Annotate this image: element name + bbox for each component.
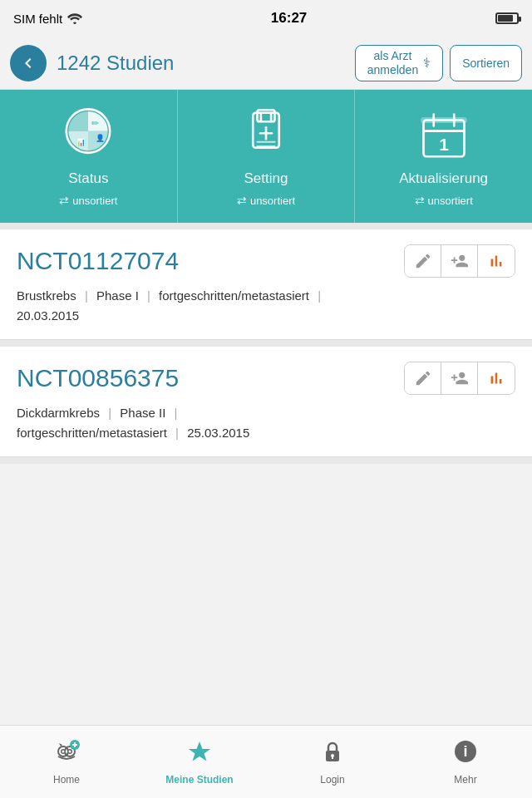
info-icon: i <box>452 738 479 771</box>
tab-login[interactable]: Login <box>266 726 399 798</box>
back-button[interactable] <box>10 45 47 81</box>
page-title: 1242 Studien <box>57 52 345 75</box>
sort-arrows-icon-3: ⇄ <box>415 194 425 207</box>
study-meta-2: Dickdarmkrebs | Phase II | fortgeschritt… <box>17 403 515 443</box>
study-edit-button-1[interactable] <box>405 245 441 277</box>
status-bar-right <box>495 12 519 24</box>
study-disease-1: Brustkrebs <box>17 288 76 303</box>
study-disease-2: Dickdarmkrebs <box>17 406 100 420</box>
home-icon <box>53 738 80 771</box>
study-chart-button-1[interactable] <box>478 245 515 277</box>
svg-marker-27 <box>189 741 210 761</box>
svg-text:1: 1 <box>439 135 449 154</box>
filter-status-label: Status <box>68 170 108 187</box>
svg-point-22 <box>62 751 65 753</box>
status-bar-left: SIM fehlt <box>13 12 82 26</box>
register-button-label: als Arztanmelden <box>367 49 419 77</box>
study-status-1: fortgeschritten/metastasiert <box>159 288 309 303</box>
tab-mehr-label: Mehr <box>454 774 476 786</box>
tab-meine-studien-label: Meine Studien <box>165 774 233 786</box>
battery-icon <box>495 12 519 24</box>
pencil-icon-1 <box>414 252 432 270</box>
svg-text:📊: 📊 <box>76 137 86 147</box>
status-icon: ✏ 👤 📊 <box>59 106 117 164</box>
study-meta-1: Brustkrebs | Phase I | fortgeschritten/m… <box>17 286 515 326</box>
divider-1 <box>0 223 532 229</box>
tab-home[interactable]: Home <box>0 726 133 798</box>
divider-2 <box>0 340 532 347</box>
divider-3 <box>0 457 532 464</box>
svg-rect-30 <box>332 756 333 759</box>
separator-2b: | <box>175 406 178 420</box>
study-add-person-button-2[interactable] <box>441 362 478 394</box>
tab-meine-studien[interactable]: Meine Studien <box>133 726 266 798</box>
study-actions-1 <box>404 244 515 278</box>
sort-button-label: Sortieren <box>462 57 510 70</box>
lock-icon <box>319 738 346 771</box>
wifi-icon <box>67 12 82 24</box>
separator-1a: | <box>85 288 88 303</box>
chart-icon-2 <box>487 369 505 387</box>
setting-icon <box>237 106 295 164</box>
separator-2c: | <box>175 426 179 440</box>
person-add-icon-2 <box>451 369 469 387</box>
svg-text:👤: 👤 <box>96 133 105 143</box>
study-actions-2 <box>404 362 515 395</box>
study-card-2: NCT00856375 Dickdarmkrebs | Phase II | <box>0 347 532 457</box>
separator-1c: | <box>318 288 321 303</box>
chart-icon-1 <box>487 252 505 270</box>
filter-setting-sort: ⇄ unsortiert <box>237 194 295 207</box>
filter-status-sort: ⇄ unsortiert <box>59 194 117 207</box>
svg-point-23 <box>69 751 71 753</box>
header-buttons: als Arztanmelden ⚕ Sortieren <box>355 45 522 81</box>
status-bar-time: 16:27 <box>271 10 307 27</box>
study-id-2: NCT00856375 <box>17 364 179 392</box>
tab-home-label: Home <box>53 774 80 786</box>
separator-2a: | <box>108 406 111 420</box>
study-date-2: 25.03.2015 <box>187 426 249 440</box>
filter-setting[interactable]: Setting ⇄ unsortiert <box>178 90 356 223</box>
study-card-1: NCT01127074 Brustkrebs | Phase I | <box>0 229 532 340</box>
study-date-1: 20.03.2015 <box>17 308 79 323</box>
back-icon <box>18 53 38 73</box>
star-icon <box>186 738 213 771</box>
study-add-person-button-1[interactable] <box>441 245 478 277</box>
status-bar: SIM fehlt 16:27 <box>0 0 532 37</box>
filter-setting-label: Setting <box>244 170 288 187</box>
filter-aktualisierung-label: Aktualisierung <box>399 170 488 187</box>
register-as-doctor-button[interactable]: als Arztanmelden ⚕ <box>355 45 444 81</box>
filter-aktualisierung[interactable]: 1 Aktualisierung ⇄ unsortiert <box>355 90 532 223</box>
study-card-2-header: NCT00856375 <box>17 362 515 395</box>
aktualisierung-icon: 1 <box>415 106 473 164</box>
tab-login-label: Login <box>320 774 344 786</box>
person-add-icon-1 <box>451 252 469 270</box>
snake-icon: ⚕ <box>423 55 431 71</box>
study-edit-button-2[interactable] <box>405 362 441 394</box>
study-phase-1: Phase I <box>96 288 139 303</box>
study-card-1-header: NCT01127074 <box>17 244 515 278</box>
study-id-1: NCT01127074 <box>17 247 179 275</box>
separator-1b: | <box>147 288 150 303</box>
tab-bar: Home Meine Studien Login i <box>0 725 532 798</box>
svg-text:✏: ✏ <box>92 118 101 128</box>
tab-mehr[interactable]: i Mehr <box>399 726 532 798</box>
svg-rect-16 <box>421 117 467 123</box>
study-status-2: fortgeschritten/metastasiert <box>17 426 167 440</box>
filter-aktualisierung-sort: ⇄ unsortiert <box>415 194 473 207</box>
sim-status: SIM fehlt <box>13 12 62 26</box>
study-chart-button-2[interactable] <box>478 362 515 394</box>
svg-text:i: i <box>463 743 467 760</box>
filter-status[interactable]: ✏ 👤 📊 Status ⇄ unsortiert <box>0 90 178 223</box>
study-phase-2: Phase II <box>120 406 165 420</box>
filter-bar: ✏ 👤 📊 Status ⇄ unsortiert <box>0 90 532 223</box>
header: 1242 Studien als Arztanmelden ⚕ Sortiere… <box>0 37 532 90</box>
pencil-icon-2 <box>414 369 432 387</box>
sort-arrows-icon-2: ⇄ <box>237 194 247 207</box>
sort-arrows-icon: ⇄ <box>59 194 69 207</box>
sort-button[interactable]: Sortieren <box>450 45 522 81</box>
